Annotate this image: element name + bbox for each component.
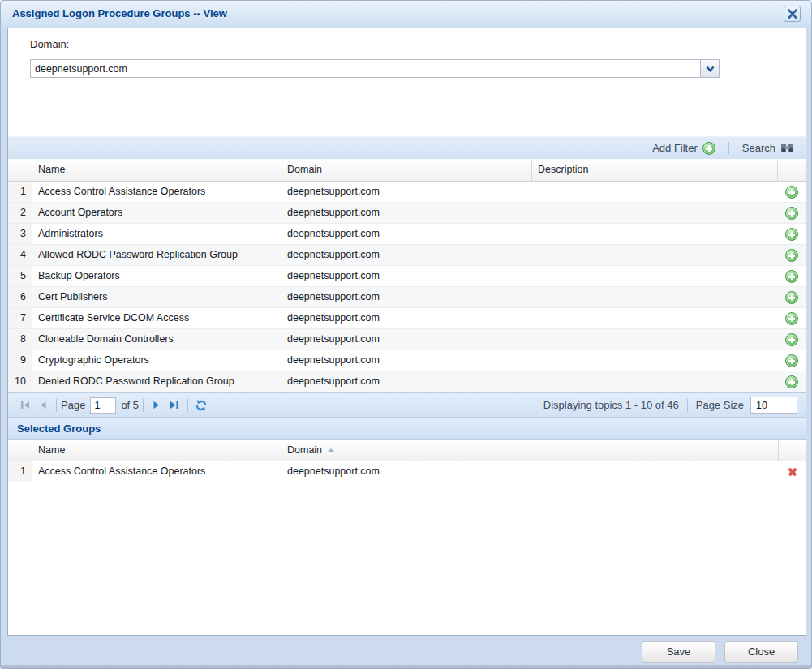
- domain-dropdown-trigger[interactable]: [700, 60, 719, 77]
- add-group-icon[interactable]: [785, 291, 798, 304]
- selected-groups-grid: Name Domain 1 Access Control Assistance …: [8, 440, 806, 635]
- cell-description: [532, 266, 778, 286]
- displaying-status: Displaying topics 1 - 10 of 46: [543, 399, 679, 411]
- table-row[interactable]: 6 Cert Publishers deepnetsupport.com: [8, 287, 806, 308]
- add-group-icon[interactable]: [785, 312, 798, 325]
- page-size-input[interactable]: [750, 397, 797, 414]
- cell-domain: deepnetsupport.com: [281, 203, 532, 223]
- column-header-domain[interactable]: Domain: [281, 159, 532, 181]
- row-number: 7: [8, 308, 32, 328]
- table-row[interactable]: 3 Administrators deepnetsupport.com: [8, 224, 806, 245]
- table-row[interactable]: 7 Certificate Service DCOM Access deepne…: [8, 308, 806, 329]
- cell-name: Cryptographic Operators: [32, 350, 281, 371]
- search-button[interactable]: Search: [739, 140, 797, 156]
- column-header-domain-sorted[interactable]: Domain: [281, 440, 779, 461]
- prev-page-button[interactable]: [34, 397, 52, 414]
- save-button[interactable]: Save: [642, 641, 715, 663]
- close-icon: [787, 9, 798, 19]
- add-group-icon[interactable]: [785, 207, 798, 220]
- add-group-icon[interactable]: [785, 354, 798, 367]
- column-header-name[interactable]: Name: [32, 440, 281, 461]
- table-row[interactable]: 2 Account Operators deepnetsupport.com: [8, 203, 806, 224]
- table-row[interactable]: 1 Access Control Assistance Operators de…: [8, 461, 806, 482]
- table-row[interactable]: 4 Allowed RODC Password Replication Grou…: [8, 245, 806, 266]
- cell-domain: deepnetsupport.com: [281, 266, 532, 286]
- toolbar-separator: [728, 142, 729, 154]
- add-group-icon[interactable]: [785, 186, 798, 199]
- column-header-rownum: [8, 440, 32, 461]
- cell-description: [532, 308, 778, 328]
- row-number: 4: [8, 245, 32, 265]
- groups-grid-header: Name Domain Description: [8, 159, 806, 182]
- window-close-button[interactable]: [784, 6, 801, 22]
- row-number: 3: [8, 224, 32, 244]
- page-of-label: of 5: [121, 399, 139, 411]
- cell-domain: deepnetsupport.com: [281, 308, 532, 328]
- column-header-name[interactable]: Name: [32, 159, 281, 181]
- first-page-button[interactable]: [16, 397, 34, 414]
- cell-domain: deepnetsupport.com: [281, 371, 532, 392]
- page-number-input[interactable]: [90, 397, 116, 414]
- page-size-label: Page Size: [696, 399, 744, 411]
- pager-separator: [687, 399, 688, 412]
- refresh-icon: [195, 399, 208, 412]
- plus-circle-icon: [702, 142, 715, 155]
- add-group-icon[interactable]: [785, 270, 798, 283]
- close-button[interactable]: Close: [724, 641, 798, 663]
- row-number: 10: [8, 371, 32, 392]
- cell-description: [532, 350, 778, 371]
- row-number: 1: [8, 182, 32, 202]
- domain-input[interactable]: [31, 60, 700, 77]
- add-group-icon[interactable]: [785, 249, 798, 262]
- cell-description: [532, 203, 778, 223]
- add-group-icon[interactable]: [785, 333, 798, 346]
- cell-description: [532, 245, 778, 265]
- add-filter-button[interactable]: Add Filter: [649, 140, 719, 157]
- window-title: Assigned Logon Procedure Groups -- View: [12, 7, 227, 19]
- selected-grid-header: Name Domain: [8, 440, 806, 461]
- row-number: 6: [8, 287, 32, 307]
- cell-name: Account Operators: [32, 203, 281, 223]
- column-header-rownum: [8, 159, 32, 181]
- cell-domain: deepnetsupport.com: [281, 461, 779, 482]
- table-row[interactable]: 9 Cryptographic Operators deepnetsupport…: [8, 350, 806, 371]
- chevron-down-icon: [705, 64, 715, 74]
- delete-x-icon[interactable]: [787, 466, 798, 478]
- row-number: 8: [8, 329, 32, 350]
- cell-domain: deepnetsupport.com: [281, 182, 532, 202]
- refresh-button[interactable]: [192, 397, 210, 414]
- grid-toolbar: Add Filter Search: [8, 136, 806, 159]
- cell-description: [532, 329, 778, 350]
- add-group-icon[interactable]: [785, 375, 798, 388]
- domain-combobox: [30, 59, 720, 78]
- row-number: 9: [8, 350, 32, 371]
- cell-name: Certificate Service DCOM Access: [32, 308, 281, 328]
- title-bar: Assigned Logon Procedure Groups -- View: [1, 1, 811, 27]
- table-row[interactable]: 5 Backup Operators deepnetsupport.com: [8, 266, 806, 287]
- cell-description: [532, 371, 778, 392]
- paging-toolbar: Page of 5: [8, 392, 806, 418]
- next-page-button[interactable]: [148, 397, 165, 414]
- cell-description: [532, 224, 778, 244]
- pager-separator: [187, 399, 188, 412]
- cell-domain: deepnetsupport.com: [281, 224, 532, 244]
- groups-grid: Name Domain Description 1 Access Control…: [8, 159, 806, 392]
- cell-name: Access Control Assistance Operators: [32, 461, 281, 482]
- add-filter-label: Add Filter: [652, 142, 698, 154]
- pager-separator: [56, 399, 57, 412]
- column-header-description[interactable]: Description: [532, 159, 778, 181]
- cell-name: Allowed RODC Password Replication Group: [32, 245, 281, 265]
- page-label: Page: [61, 399, 85, 411]
- cell-name: Administrators: [32, 224, 281, 244]
- table-row[interactable]: 1 Access Control Assistance Operators de…: [8, 182, 806, 203]
- last-page-button[interactable]: [165, 397, 183, 414]
- add-group-icon[interactable]: [785, 228, 798, 241]
- sort-ascending-icon: [327, 448, 335, 452]
- dialog-body: Domain: Add Filter Search: [7, 28, 806, 636]
- table-row[interactable]: 8 Cloneable Domain Controllers deepnetsu…: [8, 329, 806, 350]
- table-row[interactable]: 10 Denied RODC Password Replication Grou…: [8, 371, 806, 392]
- selected-groups-header: Selected Groups: [8, 418, 806, 440]
- domain-form: Domain:: [8, 28, 806, 136]
- pager-separator: [143, 399, 144, 412]
- column-header-action: [779, 440, 806, 461]
